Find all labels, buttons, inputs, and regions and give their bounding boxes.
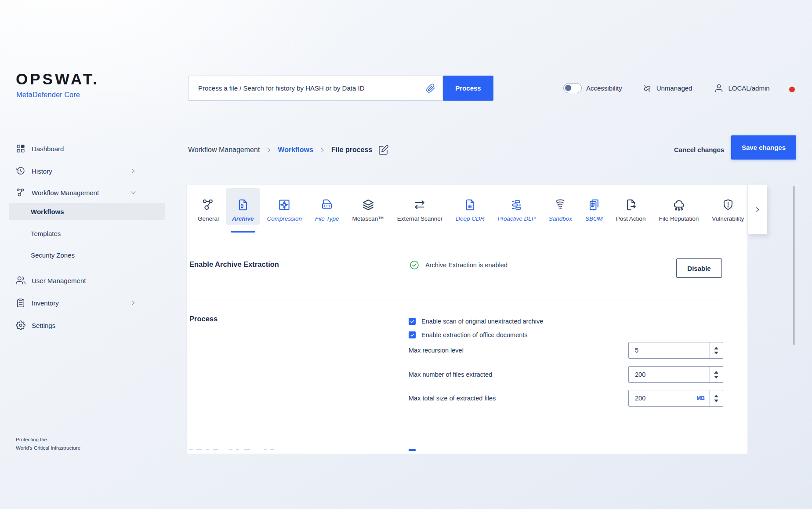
sidebar-item-label: Templates (31, 230, 61, 237)
breadcrumb: Workflow ManagementWorkflowsFile process (188, 143, 389, 156)
sidebar-item-workflows[interactable]: Workflows (9, 203, 165, 220)
archive-status-text: Archive Extraction is enabled (425, 262, 508, 269)
accessibility-toggle[interactable] (563, 83, 582, 93)
chevron-down-icon[interactable] (130, 189, 136, 196)
sidebar-item-history[interactable]: History (0, 163, 176, 179)
docs-list-icon (587, 198, 601, 211)
tab-compression[interactable]: Compression (261, 185, 309, 235)
gear-icon (16, 320, 25, 330)
disable-archive-button[interactable]: Disable (676, 258, 722, 278)
shield-alert-icon (721, 198, 735, 211)
svg-text:+++: +++ (323, 204, 331, 208)
doc-scan-icon (464, 198, 477, 211)
number-input-3: MB (628, 390, 723, 407)
sidebar-item-workflow-management[interactable]: Workflow Management (0, 184, 176, 201)
section-title-process: Process (189, 315, 218, 323)
unmanaged-label[interactable]: Unmanaged (656, 84, 692, 92)
tab-file-reputation[interactable]: File Reputation (652, 185, 705, 235)
sidebar-item-label: Security Zones (31, 251, 75, 259)
clipped-text-fragment (244, 449, 250, 450)
number-input-1 (628, 342, 723, 359)
chevron-right-icon (754, 206, 761, 213)
chevron-right-icon[interactable] (130, 300, 136, 306)
product-name: MetaDefender Core (16, 91, 80, 99)
stepper (709, 367, 723, 382)
tab-vulnerability[interactable]: Vulnerability (705, 185, 748, 235)
sidebar-item-settings[interactable]: Settings (0, 317, 176, 334)
tab-file-type[interactable]: +++File Type (308, 185, 346, 235)
archive-tab-content: Enable Archive Extraction Archive Extrac… (187, 235, 747, 454)
stepper-down-arrow[interactable] (714, 376, 718, 378)
breadcrumb-item-1[interactable]: Workflow Management (188, 146, 260, 154)
process-search-bar[interactable] (188, 76, 443, 101)
checkbox-row[interactable]: Enable scan of original unextracted arch… (409, 318, 543, 325)
number-input-value[interactable] (629, 371, 709, 378)
check-circle-icon (409, 260, 420, 270)
doc-arrow-icon (624, 198, 638, 211)
tab-metascan-[interactable]: Metascan™ (346, 185, 391, 235)
checkbox-checked[interactable] (409, 318, 416, 325)
tab-external-scanner[interactable]: External Scanner (391, 185, 450, 235)
cloud-network-icon (672, 198, 685, 211)
tab-deep-cdr[interactable]: Deep CDR (449, 185, 491, 235)
save-changes-button[interactable]: Save changes (731, 135, 796, 160)
sidebar-item-dashboard[interactable]: Dashboard (0, 140, 176, 157)
tab-general[interactable]: General (191, 185, 225, 235)
stepper-down-arrow[interactable] (714, 352, 718, 354)
unit-label: MB (696, 395, 705, 401)
tabstrip-scroll-right-button[interactable] (748, 185, 767, 234)
toggle-knob (565, 85, 571, 91)
stepper-down-arrow[interactable] (714, 400, 718, 402)
tab-sbom[interactable]: SBOM (579, 185, 609, 235)
tab-label: Archive (232, 215, 254, 222)
field-label: Max total size of extracted files (409, 395, 496, 402)
sidebar-item-user-management[interactable]: User Management (0, 272, 176, 289)
edit-workflow-name-icon[interactable] (378, 145, 389, 155)
field-label: Max number of files extracted (409, 371, 492, 378)
process-button[interactable]: Process (443, 76, 493, 101)
chevron-right-icon (266, 147, 272, 153)
checkbox-checked[interactable] (409, 331, 416, 338)
user-menu[interactable]: LOCAL/admin (728, 84, 769, 92)
number-input-value[interactable] (629, 395, 696, 402)
number-input-value[interactable] (629, 347, 709, 354)
chevron-right-icon[interactable] (130, 168, 136, 174)
tab-proactive-dlp[interactable]: Proactive DLP (491, 185, 542, 235)
tab-post-action[interactable]: Post Action (609, 185, 652, 235)
tab-label: Compression (267, 215, 302, 222)
breadcrumb-item-2[interactable]: Workflows (278, 146, 313, 154)
workflow-settings-card: GeneralArchiveCompression+++File TypeMet… (186, 185, 748, 454)
checkbox-label: Enable extraction of office documents (421, 331, 528, 338)
page-scrollbar-thumb[interactable] (794, 186, 794, 345)
checkbox-label: Enable scan of original unextracted arch… (421, 318, 543, 325)
tab-label: Sandbox (549, 215, 572, 222)
checkbox-row[interactable]: Enable extraction of office documents (409, 331, 528, 338)
stepper-up-arrow[interactable] (714, 395, 718, 397)
tornado-icon (554, 198, 567, 211)
clipped-text-fragment (270, 449, 274, 450)
workflow-icon (202, 198, 215, 211)
sidebar-item-inventory[interactable]: Inventory (0, 294, 176, 311)
search-input[interactable] (197, 84, 426, 92)
stepper-up-arrow[interactable] (714, 371, 718, 374)
user-icon (714, 84, 724, 93)
stepper (709, 390, 723, 406)
tab-label: File Reputation (659, 215, 699, 222)
tab-archive[interactable]: Archive (225, 185, 261, 235)
tab-label: SBOM (585, 215, 603, 222)
section-title-archive: Enable Archive Extraction (189, 260, 279, 269)
redact-icon (510, 198, 523, 211)
tab-sandbox[interactable]: Sandbox (542, 185, 579, 235)
paperclip-icon[interactable] (426, 84, 435, 93)
inventory-icon (16, 298, 25, 308)
sidebar-item-security-zones[interactable]: Security Zones (0, 247, 176, 263)
clipped-text-fragment (236, 449, 239, 450)
breadcrumb-item-3: File process (331, 146, 372, 154)
sidebar-item-label: Settings (32, 322, 55, 329)
cancel-changes-button[interactable]: Cancel changes (671, 142, 727, 157)
doc-lines-icon (236, 198, 250, 211)
sidebar-item-templates[interactable]: Templates (0, 225, 176, 242)
stepper-up-arrow[interactable] (714, 347, 718, 349)
topbar-right: Accessibility Unmanaged LOCAL/admin (563, 76, 793, 101)
users-icon (16, 276, 25, 285)
